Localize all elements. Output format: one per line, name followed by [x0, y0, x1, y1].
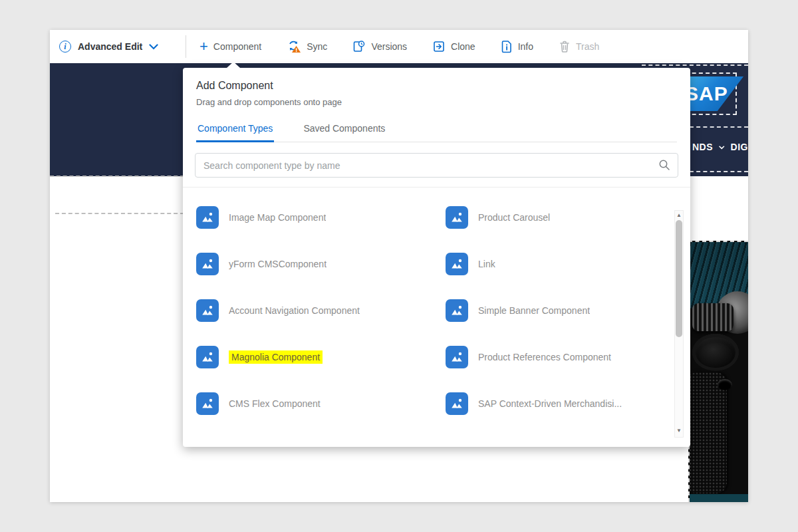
scroll-down-arrow[interactable]: ▼: [676, 426, 682, 436]
panel-notch: [227, 62, 240, 68]
chevron-down-icon[interactable]: [149, 44, 158, 50]
component-label: Simple Banner Component: [478, 305, 590, 316]
component-label: yForm CMSComponent: [229, 259, 327, 269]
component-label: Product Carousel: [478, 212, 550, 223]
storefront-nav[interactable]: NDS DIG: [692, 142, 748, 152]
component-label: Image Map Component: [229, 212, 326, 223]
media-component-icon: [196, 253, 219, 275]
component-label: Link: [478, 259, 495, 269]
add-component-button[interactable]: + Component: [200, 41, 261, 53]
add-component-panel: Add Component Drag and drop components o…: [183, 68, 690, 447]
edit-mode-dropdown[interactable]: Advanced Edit: [78, 41, 142, 52]
component-label: CMS Flex Component: [229, 398, 321, 409]
media-component-icon: [196, 206, 219, 229]
panel-scrollbar[interactable]: ▲ ▼: [674, 210, 684, 438]
sync-button[interactable]: Sync: [287, 40, 327, 53]
media-component-icon: [446, 206, 468, 229]
panel-subtitle: Drag and drop components onto page: [196, 97, 677, 107]
component-list-item[interactable]: CMS Flex Component: [196, 392, 446, 415]
info-circle-icon[interactable]: i: [59, 41, 71, 53]
media-component-icon: [196, 346, 219, 368]
sap-logo-text: SAP: [685, 82, 728, 105]
trash-button[interactable]: Trash: [559, 40, 599, 53]
plus-icon: +: [200, 41, 208, 53]
component-list-item[interactable]: Simple Banner Component: [446, 299, 666, 322]
component-label: Product References Component: [478, 352, 611, 362]
scrollbar-thumb[interactable]: [676, 220, 682, 337]
camera-dial: [692, 303, 733, 331]
clone-button[interactable]: Clone: [432, 40, 475, 53]
component-list-item[interactable]: Link: [446, 253, 666, 275]
info-button[interactable]: Info: [501, 40, 533, 53]
component-label: Magnolia Component: [229, 350, 323, 364]
component-label: SAP Context-Driven Merchandisi...: [478, 398, 622, 409]
component-list: Image Map Component Product Carousel yFo…: [183, 188, 690, 423]
component-list-item[interactable]: SAP Context-Driven Merchandisi...: [446, 392, 666, 415]
component-list-item[interactable]: Product References Component: [446, 346, 666, 368]
media-component-icon: [446, 299, 468, 322]
slot-border-line: [50, 176, 184, 177]
search-icon: [658, 159, 670, 171]
clone-icon: [432, 40, 446, 53]
component-list-item[interactable]: Account Navigation Component: [196, 299, 446, 322]
camera-lens: [692, 334, 739, 371]
component-list-item[interactable]: yForm CMSComponent: [196, 253, 446, 275]
versions-button[interactable]: Versions: [352, 40, 407, 53]
camera-button: [718, 379, 732, 390]
component-label: Account Navigation Component: [229, 305, 360, 316]
panel-title: Add Component: [196, 80, 677, 92]
panel-tabs: Component Types Saved Components: [196, 119, 677, 142]
slot-outline-top: [642, 65, 748, 66]
component-search-input[interactable]: [195, 153, 678, 178]
component-list-item[interactable]: Product Carousel: [446, 206, 666, 229]
nav-fragment-left: NDS: [692, 142, 713, 152]
camera-image-bottom: [690, 494, 748, 502]
media-component-icon: [196, 299, 219, 322]
chevron-down-icon: [719, 145, 725, 150]
media-component-icon: [446, 253, 468, 275]
versions-icon: [352, 40, 366, 53]
scroll-up-arrow[interactable]: ▲: [676, 211, 682, 220]
nav-fragment-right: DIG: [731, 142, 748, 152]
smartedit-window: SAP NDS DIG i Advanced Edit +: [50, 30, 748, 502]
component-list-item[interactable]: Magnolia Component: [196, 346, 446, 368]
media-component-icon: [446, 346, 468, 368]
tab-component-types[interactable]: Component Types: [196, 119, 274, 142]
component-list-item[interactable]: Image Map Component: [196, 206, 446, 229]
info-doc-icon: [501, 40, 513, 53]
media-component-icon: [196, 392, 219, 415]
trash-icon: [559, 40, 571, 53]
scrollbar-track[interactable]: [675, 220, 683, 437]
media-component-icon: [446, 392, 468, 415]
smartedit-toolbar: i Advanced Edit + Component Sync: [50, 30, 748, 63]
camera-hero-image: [688, 241, 748, 502]
tab-saved-components[interactable]: Saved Components: [302, 119, 386, 142]
camera-grip: [688, 372, 727, 493]
content-slot-border-line: [55, 213, 184, 214]
sync-warning-icon: [287, 40, 301, 53]
